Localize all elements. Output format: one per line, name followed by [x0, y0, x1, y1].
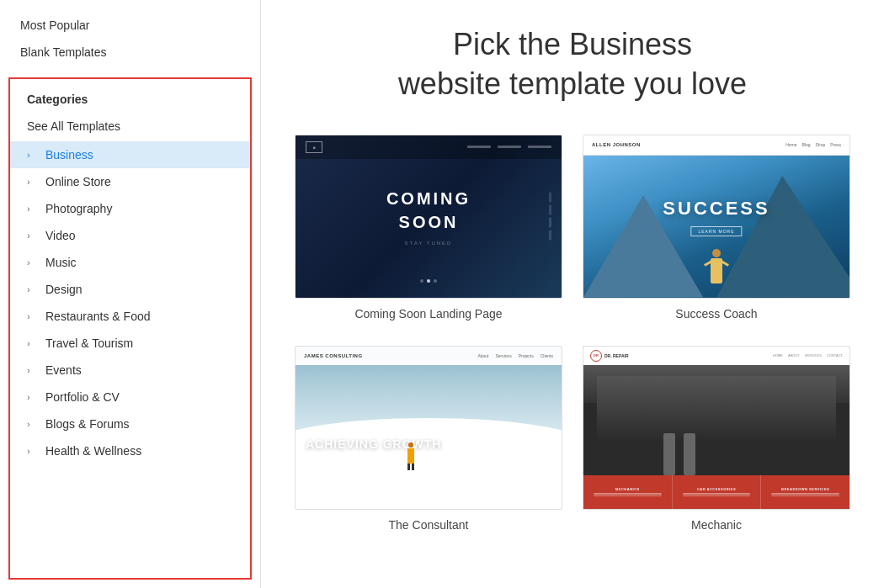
- sidebar-item-blogs[interactable]: › Blogs & Forums: [10, 411, 250, 437]
- sidebar-top: Most Popular Blank Templates: [0, 0, 260, 72]
- chevron-right-icon: ›: [27, 365, 39, 375]
- main-content: Pick the Business website template you l…: [261, 0, 884, 588]
- template-name: Mechanic: [691, 518, 742, 532]
- sidebar-item-video[interactable]: › Video: [10, 222, 250, 249]
- category-label: Health & Wellness: [45, 444, 141, 458]
- template-thumbnail: ■ COMINGSOON STAY TUNED: [295, 135, 562, 299]
- template-thumbnail: DR DR. REPAIR HOME ABOUT SERVICES CONTAC…: [583, 346, 850, 510]
- category-label: Business: [45, 148, 93, 162]
- chevron-right-icon: ›: [27, 392, 39, 402]
- sidebar-item-design[interactable]: › Design: [10, 276, 250, 303]
- category-label: Restaurants & Food: [45, 310, 151, 323]
- templates-grid: ■ COMINGSOON STAY TUNED: [295, 135, 850, 532]
- sidebar-item-health[interactable]: › Health & Wellness: [10, 437, 250, 464]
- sidebar-item-travel[interactable]: › Travel & Tourism: [10, 330, 250, 357]
- categories-box: Categories See All Templates › Business …: [8, 77, 252, 580]
- sidebar-item-photography[interactable]: › Photography: [10, 195, 250, 222]
- chevron-right-icon: ›: [27, 284, 39, 294]
- category-label: Blogs & Forums: [45, 417, 130, 431]
- sidebar-item-music[interactable]: › Music: [10, 249, 250, 276]
- chevron-right-icon: ›: [27, 446, 39, 456]
- chevron-right-icon: ›: [27, 230, 39, 241]
- sidebar-item-events[interactable]: › Events: [10, 357, 250, 384]
- chevron-right-icon: ›: [27, 204, 39, 214]
- category-label: Photography: [45, 202, 112, 215]
- sidebar-item-business[interactable]: › Business: [10, 141, 250, 168]
- sidebar: Most Popular Blank Templates Categories …: [0, 0, 261, 588]
- template-name: Coming Soon Landing Page: [354, 307, 502, 320]
- sidebar-item-restaurants[interactable]: › Restaurants & Food: [10, 303, 250, 330]
- category-label: Travel & Tourism: [45, 336, 133, 350]
- see-all-templates[interactable]: See All Templates: [10, 114, 250, 141]
- category-label: Portfolio & CV: [45, 390, 120, 404]
- template-card-mechanic[interactable]: DR DR. REPAIR HOME ABOUT SERVICES CONTAC…: [583, 346, 850, 532]
- sidebar-item-most-popular[interactable]: Most Popular: [20, 12, 240, 39]
- chevron-right-icon: ›: [27, 257, 39, 268]
- thumb-text: COMINGSOON: [386, 187, 471, 234]
- template-card-consultant[interactable]: JAMES CONSULTING About Services Projects…: [295, 346, 562, 532]
- category-label: Events: [45, 363, 82, 377]
- category-label: Design: [45, 283, 83, 296]
- template-name: The Consultant: [389, 518, 469, 532]
- chevron-right-icon: ›: [27, 150, 39, 160]
- sidebar-item-blank-templates[interactable]: Blank Templates: [20, 39, 240, 66]
- category-label: Music: [45, 256, 77, 269]
- category-label: Video: [45, 229, 76, 242]
- template-card-success-coach[interactable]: ALLEN JOHNSON Home Blog Shop Press SUCCE…: [583, 135, 850, 320]
- sidebar-item-portfolio[interactable]: › Portfolio & CV: [10, 384, 250, 411]
- chevron-right-icon: ›: [27, 177, 39, 187]
- template-thumbnail: JAMES CONSULTING About Services Projects…: [295, 346, 562, 510]
- chevron-right-icon: ›: [27, 311, 39, 321]
- chevron-right-icon: ›: [27, 419, 39, 429]
- page-heading: Pick the Business website template you l…: [295, 25, 850, 104]
- category-label: Online Store: [45, 175, 111, 188]
- categories-label: Categories: [10, 87, 250, 114]
- template-card-coming-soon[interactable]: ■ COMINGSOON STAY TUNED: [295, 135, 562, 320]
- template-thumbnail: ALLEN JOHNSON Home Blog Shop Press SUCCE…: [583, 135, 850, 299]
- chevron-right-icon: ›: [27, 338, 39, 348]
- sidebar-item-online-store[interactable]: › Online Store: [10, 168, 250, 195]
- template-name: Success Coach: [675, 307, 757, 320]
